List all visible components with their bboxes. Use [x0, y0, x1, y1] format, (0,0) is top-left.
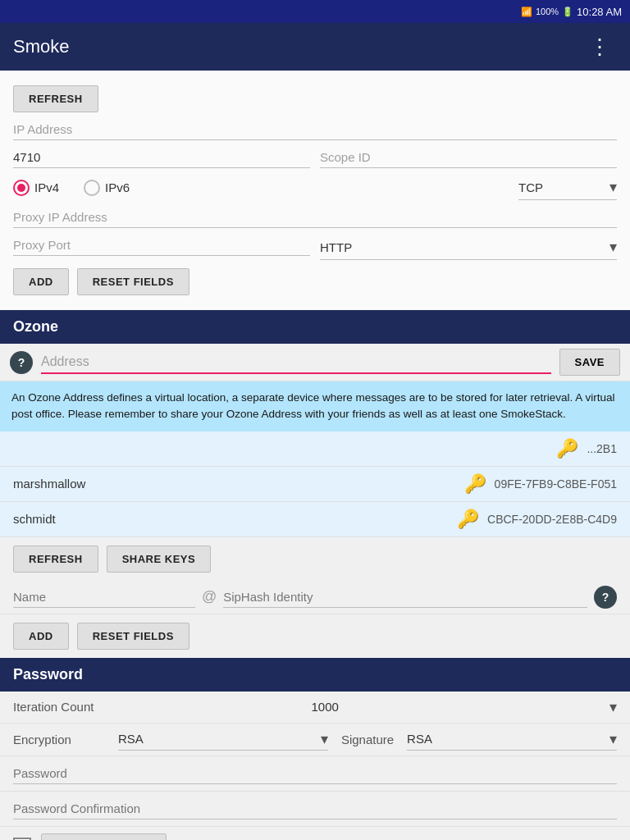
ozone-info-text: An Ozone Address defines a virtual locat… — [11, 391, 614, 420]
http-col: HTTP ▾ — [320, 235, 617, 260]
tcp-dropdown[interactable]: TCP ▾ — [518, 175, 617, 200]
ipv6-radio-circle — [84, 180, 100, 196]
network-section: REFRESH IPv4 IPv6 TCP ▾ — [0, 71, 630, 310]
port-input[interactable] — [13, 147, 310, 168]
app-bar: Smoke ⋮ — [0, 23, 630, 71]
siphash-help-icon[interactable]: ? — [594, 586, 617, 609]
ozone-refresh-button[interactable]: REFRESH — [13, 546, 98, 573]
proxy-ip-input[interactable] — [13, 207, 617, 228]
iteration-arrow-icon: ▾ — [609, 698, 617, 716]
ozone-entry-2: schmidt 🔑 CBCF-20DD-2E8B-C4D9 — [0, 502, 630, 537]
proxy-port-http-row: HTTP ▾ — [13, 235, 617, 260]
ozone-reset-button[interactable]: RESET FIELDS — [77, 623, 189, 650]
password-input[interactable] — [13, 763, 617, 784]
ozone-entry-0-key-icon: 🔑 — [556, 438, 578, 459]
ip-address-input[interactable] — [13, 119, 617, 140]
ozone-add-button[interactable]: ADD — [13, 623, 69, 650]
iteration-value: 1000 — [312, 700, 602, 714]
refresh-button[interactable]: REFRESH — [13, 85, 98, 112]
proxy-port-col — [13, 235, 310, 260]
battery-text: 100% — [536, 7, 559, 16]
set-password-button[interactable]: SET PASSWORD — [41, 833, 167, 841]
ozone-add-reset-row: ADD RESET FIELDS — [0, 614, 630, 658]
tcp-value: TCP — [518, 180, 609, 194]
http-arrow-icon: ▾ — [609, 238, 617, 256]
ip-address-row — [13, 119, 617, 140]
signature-value: RSA — [407, 732, 609, 746]
signature-dropdown[interactable]: RSA ▾ — [407, 728, 617, 751]
network-add-button[interactable]: ADD — [13, 268, 69, 295]
time-display: 10:28 AM — [577, 6, 622, 18]
protocol-row: IPv4 IPv6 TCP ▾ — [13, 175, 617, 200]
password-confirm-input[interactable] — [13, 798, 617, 819]
ipv6-label: IPv6 — [105, 180, 130, 194]
siphash-identity-input[interactable] — [223, 587, 587, 608]
app-title: Smoke — [13, 36, 69, 57]
ozone-entry-2-id: CBCF-20DD-2E8B-C4D9 — [487, 513, 617, 526]
ipv6-radio[interactable]: IPv6 — [84, 180, 130, 196]
scope-col — [320, 147, 617, 168]
ozone-entry-2-key-icon: 🔑 — [457, 509, 479, 530]
at-sign: @ — [202, 588, 217, 605]
ipv4-radio[interactable]: IPv4 — [13, 180, 59, 196]
ozone-name-input[interactable] — [13, 587, 195, 608]
status-bar: 📶 100% 🔋 10:28 AM — [0, 0, 630, 23]
ipv4-label: IPv4 — [34, 180, 59, 194]
battery-icon: 🔋 — [562, 7, 573, 17]
encryption-label: Encryption — [13, 733, 112, 746]
ipv4-radio-circle — [13, 180, 30, 196]
encryption-row: Encryption RSA ▾ Signature RSA ▾ — [0, 724, 630, 756]
password-section-header: Password — [0, 658, 630, 692]
signature-label: Signature — [341, 733, 394, 746]
http-dropdown[interactable]: HTTP ▾ — [320, 235, 617, 260]
refresh-row: REFRESH — [13, 85, 617, 112]
proxy-port-input[interactable] — [13, 235, 310, 256]
scope-id-input[interactable] — [320, 147, 617, 168]
wifi-icon: 📶 — [521, 7, 532, 17]
proxy-ip-row — [13, 207, 617, 228]
ozone-title: Ozone — [13, 318, 58, 335]
ozone-info-box: An Ozone Address defines a virtual locat… — [0, 381, 630, 431]
ozone-help-icon[interactable]: ? — [10, 351, 33, 374]
network-reset-button[interactable]: RESET FIELDS — [77, 268, 189, 295]
network-action-row: ADD RESET FIELDS — [13, 268, 617, 295]
iteration-count-row: Iteration Count 1000 ▾ — [0, 692, 630, 724]
ozone-entry-2-name: schmidt — [13, 512, 449, 526]
app-menu-button[interactable]: ⋮ — [582, 31, 617, 63]
password-field-row — [0, 756, 630, 791]
http-value: HTTP — [320, 240, 609, 254]
ozone-address-input[interactable] — [41, 351, 551, 374]
siphash-row: @ ? — [0, 581, 630, 614]
ozone-address-row: ? SAVE — [0, 344, 630, 381]
ozone-entry-0-id: ...2B1 — [587, 442, 617, 455]
ozone-entry-1-key-icon: 🔑 — [464, 473, 486, 495]
encryption-arrow-icon: ▾ — [321, 730, 328, 748]
tcp-arrow-icon: ▾ — [609, 178, 617, 196]
ozone-entry-1-name: marshmallow — [13, 477, 456, 491]
iteration-label: Iteration Count — [13, 700, 304, 714]
ozone-share-keys-button[interactable]: SHARE KEYS — [107, 546, 212, 573]
port-scope-row — [13, 147, 617, 168]
port-col — [13, 147, 310, 168]
encryption-value: RSA — [118, 732, 321, 746]
password-confirm-row — [0, 792, 630, 826]
ozone-entry-1: marshmallow 🔑 09FE-7FB9-C8BE-F051 — [0, 467, 630, 502]
signature-arrow-icon: ▾ — [609, 730, 617, 748]
encryption-dropdown[interactable]: RSA ▾ — [118, 728, 328, 751]
password-title: Password — [13, 666, 83, 682]
ozone-section-header: Ozone — [0, 310, 630, 344]
ozone-entry-1-id: 09FE-7FB9-C8BE-F051 — [495, 477, 617, 491]
ozone-buttons-row: REFRESH SHARE KEYS — [0, 537, 630, 581]
status-icons: 📶 100% 🔋 10:28 AM — [521, 6, 622, 18]
set-password-row: SET PASSWORD — [0, 827, 630, 841]
ozone-save-button[interactable]: SAVE — [559, 349, 620, 376]
ozone-entry-0: 🔑 ...2B1 — [0, 431, 630, 467]
